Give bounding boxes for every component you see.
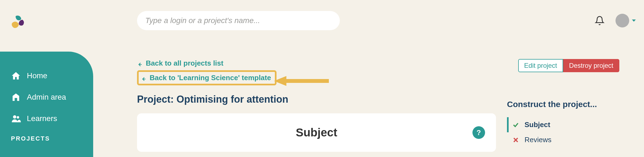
app-logo[interactable]	[10, 14, 27, 30]
sidebar-item-learners[interactable]: Learners	[11, 114, 93, 124]
user-menu[interactable]	[615, 14, 636, 27]
help-button[interactable]: ?	[472, 126, 485, 139]
svg-point-2	[17, 116, 19, 119]
construct-step-reviews[interactable]: Reviews	[507, 132, 619, 147]
step-label: Subject	[525, 120, 550, 129]
avatar	[615, 14, 629, 27]
search-input[interactable]	[137, 11, 340, 30]
back-to-projects-link[interactable]: Back to all projects list	[137, 59, 223, 68]
sidebar: Home Admin area Learners PROJECTS	[0, 52, 93, 157]
chevron-down-icon	[632, 19, 636, 22]
sidebar-item-label: Home	[27, 71, 47, 80]
search-container	[137, 11, 340, 30]
right-column: Edit project Destroy project Construct t…	[507, 59, 619, 147]
construct-step-subject[interactable]: Subject	[507, 117, 619, 132]
subject-card: Subject ?	[137, 113, 496, 152]
sidebar-section-projects: PROJECTS	[11, 135, 93, 142]
arrow-left-icon	[141, 75, 146, 81]
arrow-left-annotation-icon	[274, 75, 329, 86]
help-icon: ?	[477, 128, 481, 137]
arrow-left-icon	[137, 61, 143, 66]
project-actions: Edit project Destroy project	[507, 59, 619, 72]
back-to-template-link[interactable]: Back to 'Learning Science' template	[141, 74, 271, 82]
svg-point-0	[15, 96, 17, 97]
edit-project-button[interactable]: Edit project	[518, 59, 563, 72]
back-link-label: Back to 'Learning Science' template	[150, 74, 271, 82]
check-icon	[512, 122, 519, 128]
sidebar-item-label: Learners	[27, 114, 57, 123]
users-icon	[11, 114, 21, 124]
sidebar-item-label: Admin area	[27, 93, 66, 102]
top-right-controls	[595, 14, 636, 27]
construct-heading: Construct the project...	[507, 100, 619, 109]
back-link-label: Back to all projects list	[146, 59, 223, 68]
x-icon	[512, 137, 519, 143]
card-heading: Subject	[296, 126, 337, 139]
destroy-project-button[interactable]: Destroy project	[563, 59, 619, 72]
bell-icon	[595, 16, 605, 26]
svg-point-1	[13, 115, 16, 119]
building-icon	[11, 92, 21, 102]
annotation-arrow	[274, 75, 329, 86]
sidebar-item-home[interactable]: Home	[11, 71, 93, 81]
home-icon	[11, 71, 21, 81]
highlighted-back-link: Back to 'Learning Science' template	[137, 70, 277, 85]
step-label: Reviews	[525, 136, 551, 144]
sidebar-item-admin[interactable]: Admin area	[11, 92, 93, 102]
logo-icon	[10, 14, 27, 30]
notifications-button[interactable]	[595, 16, 605, 26]
